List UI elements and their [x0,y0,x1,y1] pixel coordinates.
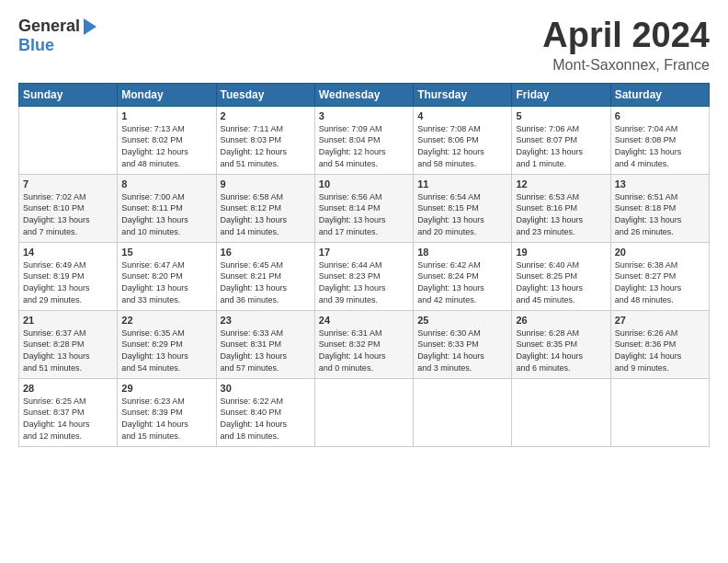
calendar-cell [512,378,610,446]
col-sunday: Sunday [19,83,118,106]
day-info: Sunrise: 6:56 AM Sunset: 8:14 PM Dayligh… [319,191,409,237]
calendar-cell: 13Sunrise: 6:51 AM Sunset: 8:18 PM Dayli… [610,174,709,242]
col-monday: Monday [118,83,216,106]
calendar-header-row: Sunday Monday Tuesday Wednesday Thursday… [19,83,710,106]
day-number: 22 [121,315,211,326]
day-number: 28 [23,383,113,394]
day-number: 25 [417,315,507,326]
day-number: 4 [417,110,507,121]
day-info: Sunrise: 6:22 AM Sunset: 8:40 PM Dayligh… [221,396,311,442]
calendar-cell [314,378,413,446]
day-number: 7 [23,178,113,190]
calendar-week-row: 28Sunrise: 6:25 AM Sunset: 8:37 PM Dayli… [19,378,710,446]
day-number: 14 [23,247,113,258]
day-info: Sunrise: 7:06 AM Sunset: 8:07 PM Dayligh… [516,123,606,169]
col-wednesday: Wednesday [314,83,413,106]
title-location: Mont-Saxonnex, France [542,57,710,74]
calendar-table: Sunday Monday Tuesday Wednesday Thursday… [18,83,710,447]
calendar-cell: 15Sunrise: 6:47 AM Sunset: 8:20 PM Dayli… [118,242,216,310]
day-info: Sunrise: 7:13 AM Sunset: 8:02 PM Dayligh… [121,123,211,169]
day-number: 16 [221,247,311,258]
day-number: 23 [221,315,311,326]
logo-blue: Blue [18,37,54,55]
day-info: Sunrise: 6:54 AM Sunset: 8:15 PM Dayligh… [417,191,507,237]
title-block: April 2024 Mont-Saxonnex, France [542,17,710,74]
calendar-cell: 10Sunrise: 6:56 AM Sunset: 8:14 PM Dayli… [314,174,413,242]
day-info: Sunrise: 6:47 AM Sunset: 8:20 PM Dayligh… [121,259,211,305]
calendar-cell [610,378,709,446]
day-number: 3 [319,110,409,121]
day-info: Sunrise: 6:25 AM Sunset: 8:37 PM Dayligh… [23,396,113,442]
day-number: 29 [121,383,211,394]
calendar-cell: 11Sunrise: 6:54 AM Sunset: 8:15 PM Dayli… [414,174,512,242]
day-info: Sunrise: 6:53 AM Sunset: 8:16 PM Dayligh… [516,191,606,237]
calendar-cell: 16Sunrise: 6:45 AM Sunset: 8:21 PM Dayli… [216,242,314,310]
calendar-cell: 5Sunrise: 7:06 AM Sunset: 8:07 PM Daylig… [512,106,610,174]
day-number: 12 [516,178,606,190]
day-info: Sunrise: 7:00 AM Sunset: 8:11 PM Dayligh… [121,191,211,237]
day-number: 8 [121,178,211,190]
header: General Blue April 2024 Mont-Saxonnex, F… [18,17,710,74]
day-info: Sunrise: 6:30 AM Sunset: 8:33 PM Dayligh… [417,327,507,373]
calendar-cell: 22Sunrise: 6:35 AM Sunset: 8:29 PM Dayli… [118,310,216,378]
day-number: 6 [615,110,705,121]
calendar-cell: 1Sunrise: 7:13 AM Sunset: 8:02 PM Daylig… [118,106,216,174]
calendar-cell: 18Sunrise: 6:42 AM Sunset: 8:24 PM Dayli… [414,242,512,310]
calendar-cell: 19Sunrise: 6:40 AM Sunset: 8:25 PM Dayli… [512,242,610,310]
day-info: Sunrise: 6:49 AM Sunset: 8:19 PM Dayligh… [23,259,113,305]
calendar-cell: 25Sunrise: 6:30 AM Sunset: 8:33 PM Dayli… [414,310,512,378]
day-number: 21 [23,315,113,326]
page: General Blue April 2024 Mont-Saxonnex, F… [0,0,728,456]
day-number: 15 [121,247,211,258]
day-number: 20 [615,247,705,258]
calendar-cell: 24Sunrise: 6:31 AM Sunset: 8:32 PM Dayli… [314,310,413,378]
day-number: 10 [319,178,409,190]
calendar-cell: 20Sunrise: 6:38 AM Sunset: 8:27 PM Dayli… [610,242,709,310]
day-info: Sunrise: 6:51 AM Sunset: 8:18 PM Dayligh… [615,191,705,237]
calendar-week-row: 14Sunrise: 6:49 AM Sunset: 8:19 PM Dayli… [19,242,710,310]
day-info: Sunrise: 6:23 AM Sunset: 8:39 PM Dayligh… [121,396,211,442]
calendar-week-row: 21Sunrise: 6:37 AM Sunset: 8:28 PM Dayli… [19,310,710,378]
title-month: April 2024 [542,17,710,55]
calendar-week-row: 1Sunrise: 7:13 AM Sunset: 8:02 PM Daylig… [19,106,710,174]
calendar-cell: 28Sunrise: 6:25 AM Sunset: 8:37 PM Dayli… [19,378,118,446]
calendar-cell: 9Sunrise: 6:58 AM Sunset: 8:12 PM Daylig… [216,174,314,242]
calendar-cell: 27Sunrise: 6:26 AM Sunset: 8:36 PM Dayli… [610,310,709,378]
day-number: 30 [221,383,311,394]
logo: General Blue [18,17,98,55]
day-number: 11 [417,178,507,190]
col-saturday: Saturday [610,83,709,106]
calendar-cell [19,106,118,174]
calendar-cell: 29Sunrise: 6:23 AM Sunset: 8:39 PM Dayli… [118,378,216,446]
day-number: 1 [121,110,211,121]
day-info: Sunrise: 6:45 AM Sunset: 8:21 PM Dayligh… [221,259,311,305]
day-info: Sunrise: 6:58 AM Sunset: 8:12 PM Dayligh… [221,191,311,237]
col-tuesday: Tuesday [216,83,314,106]
day-info: Sunrise: 7:04 AM Sunset: 8:08 PM Dayligh… [615,123,705,169]
day-info: Sunrise: 6:26 AM Sunset: 8:36 PM Dayligh… [615,327,705,373]
day-info: Sunrise: 6:28 AM Sunset: 8:35 PM Dayligh… [516,327,606,373]
day-number: 5 [516,110,606,121]
day-number: 9 [221,178,311,190]
calendar-body: 1Sunrise: 7:13 AM Sunset: 8:02 PM Daylig… [19,106,710,446]
calendar-cell: 4Sunrise: 7:08 AM Sunset: 8:06 PM Daylig… [414,106,512,174]
calendar-cell: 7Sunrise: 7:02 AM Sunset: 8:10 PM Daylig… [19,174,118,242]
calendar-cell: 8Sunrise: 7:00 AM Sunset: 8:11 PM Daylig… [118,174,216,242]
calendar-cell [414,378,512,446]
day-info: Sunrise: 6:31 AM Sunset: 8:32 PM Dayligh… [319,327,409,373]
calendar-cell: 17Sunrise: 6:44 AM Sunset: 8:23 PM Dayli… [314,242,413,310]
day-info: Sunrise: 6:38 AM Sunset: 8:27 PM Dayligh… [615,259,705,305]
day-number: 13 [615,178,705,190]
day-number: 18 [417,247,507,258]
day-number: 2 [221,110,311,121]
calendar-cell: 26Sunrise: 6:28 AM Sunset: 8:35 PM Dayli… [512,310,610,378]
logo-icon [82,17,98,37]
day-info: Sunrise: 7:02 AM Sunset: 8:10 PM Dayligh… [23,191,113,237]
day-info: Sunrise: 6:42 AM Sunset: 8:24 PM Dayligh… [417,259,507,305]
day-info: Sunrise: 6:44 AM Sunset: 8:23 PM Dayligh… [319,259,409,305]
calendar-week-row: 7Sunrise: 7:02 AM Sunset: 8:10 PM Daylig… [19,174,710,242]
calendar-cell: 2Sunrise: 7:11 AM Sunset: 8:03 PM Daylig… [216,106,314,174]
calendar-cell: 30Sunrise: 6:22 AM Sunset: 8:40 PM Dayli… [216,378,314,446]
day-number: 19 [516,247,606,258]
svg-marker-0 [84,18,97,35]
